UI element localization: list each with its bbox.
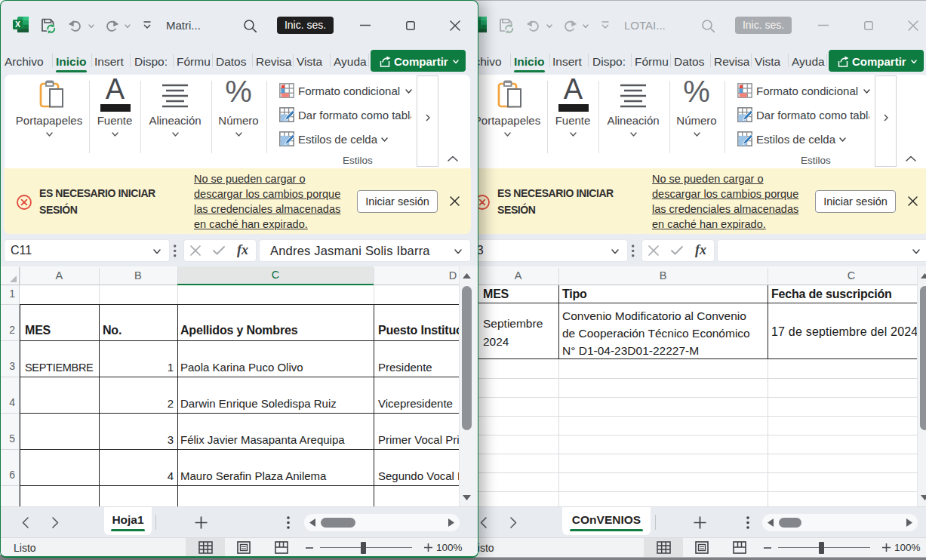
svg-text:X: X [15,20,20,29]
